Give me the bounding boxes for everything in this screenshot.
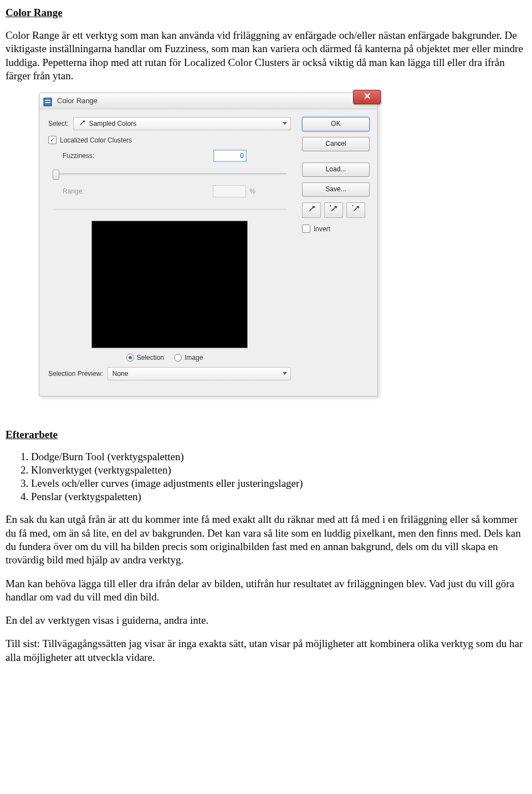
invert-label: Invert [314,225,330,233]
list-item: Dodge/Burn Tool (verktygspaletten) [31,451,526,463]
dialog-sysicon [43,96,52,105]
selection-preview-dropdown[interactable]: None [108,367,291,380]
body-paragraph: En del av verktygen visas i guiderna, an… [6,614,526,627]
radio-selection-label: Selection [137,354,164,362]
body-paragraph: Till sist: Tillvägagångssätten jag visar… [6,637,526,664]
dialog-titlebar: Color Range ✕ [39,93,377,109]
eyedropper-icon [307,205,316,216]
invert-checkbox[interactable]: ✓ [302,225,310,233]
intro-paragraph: Color Range är ett verktyg som man kan a… [6,29,526,83]
radio-image-label: Image [185,354,203,362]
slider-thumb-icon [53,170,59,180]
svg-rect-2 [45,102,50,103]
select-label: Select: [48,120,69,128]
load-button[interactable]: Load... [302,162,370,177]
color-range-dialog: Color Range ✕ Select: Sampled Colors [39,93,378,396]
cancel-button[interactable]: Cancel [302,137,370,151]
list-item: Klonverktyget (verktygspaletten) [31,464,526,476]
save-button[interactable]: Save... [302,182,370,197]
eyedropper-add-button[interactable] [324,202,343,218]
select-dropdown[interactable]: Sampled Colors [73,117,291,130]
selection-preview-label: Selection Preview: [48,370,103,378]
range-slider [53,203,287,216]
eyedropper-subtract-button[interactable] [346,202,365,218]
list-item: Penslar (verktygspaletten) [31,491,526,503]
chevron-down-icon [283,122,287,125]
radio-selection[interactable]: Selection [126,354,164,362]
select-value: Sampled Colors [89,120,136,128]
close-icon: ✕ [364,91,371,101]
localized-label: Localized Color Clusters [60,136,132,144]
radio-on-icon [126,354,134,362]
fuzziness-input[interactable]: 0 [213,150,247,162]
radio-image[interactable]: Image [174,354,203,362]
ok-button[interactable]: OK [302,117,370,131]
svg-rect-1 [45,100,50,101]
page-title: Color Range [6,7,526,19]
selection-preview-box [91,221,248,348]
selection-preview-value: None [112,370,129,378]
fuzziness-slider[interactable] [53,167,287,181]
efterarbete-heading: Efterarbete [6,429,526,441]
range-input [213,185,246,197]
percent-label: % [249,187,255,195]
list-item: Levels och/eller curves (image adjustmen… [31,477,526,490]
eyedropper-plus-icon [329,205,338,216]
range-label: Range: [63,187,84,195]
efterarbete-list: Dodge/Burn Tool (verktygspaletten) Klonv… [6,451,526,503]
radio-off-icon [174,354,182,362]
eyedropper-icon [78,120,86,128]
dialog-title: Color Range [57,96,98,105]
chevron-down-icon [283,372,287,375]
color-range-dialog-figure: Color Range ✕ Select: Sampled Colors [39,93,526,396]
close-button[interactable]: ✕ [353,90,381,104]
eyedropper-minus-icon [351,205,360,216]
eyedropper-button[interactable] [302,202,321,218]
body-paragraph: Man kan behöva lägga till eller dra ifrå… [6,577,526,604]
localized-checkbox[interactable]: ✓ [48,136,57,144]
fuzziness-label: Fuzziness: [63,152,94,160]
body-paragraph: En sak du kan utgå från är att du kommer… [6,513,526,567]
